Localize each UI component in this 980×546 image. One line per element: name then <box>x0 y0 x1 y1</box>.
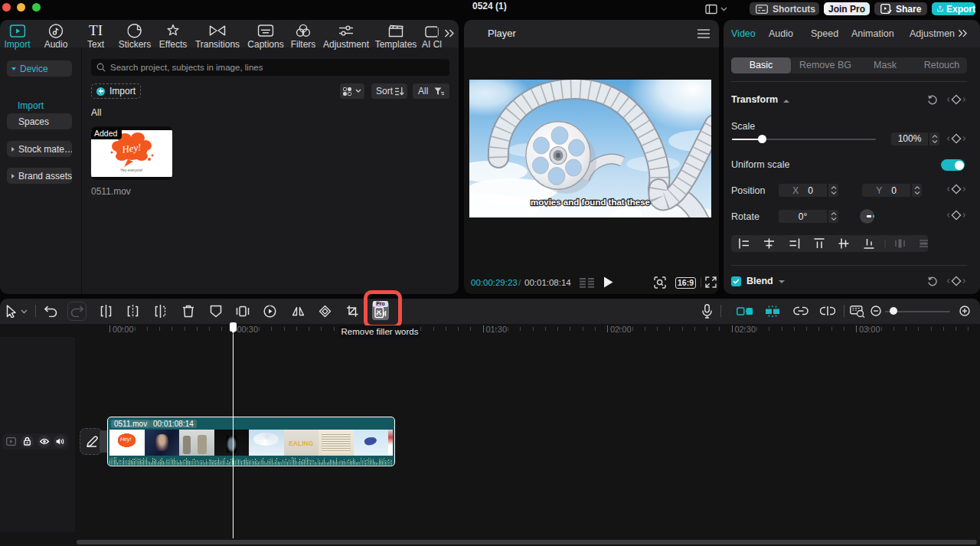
svg-text:movies and found that these: movies and found that these <box>531 198 650 207</box>
